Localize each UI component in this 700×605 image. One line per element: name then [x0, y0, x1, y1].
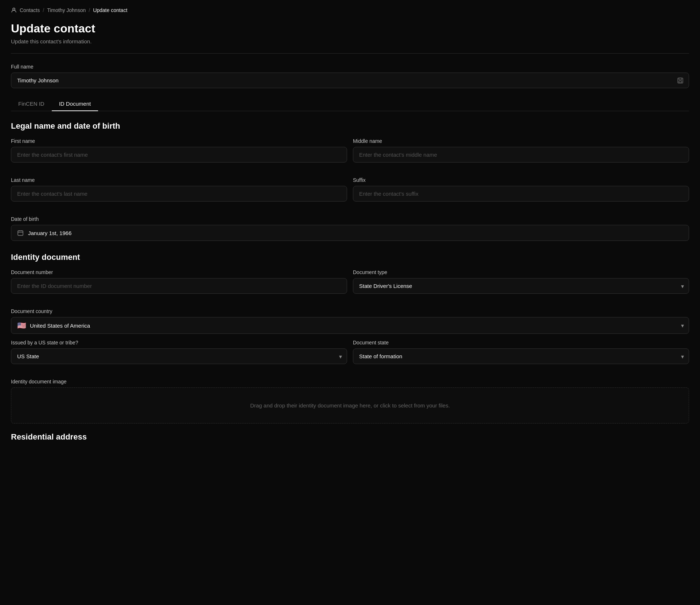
doc-country-group: Document country 🇺🇸 United States of Ame…: [11, 308, 689, 334]
doc-number-input[interactable]: [11, 278, 347, 294]
residential-section: Residential address: [11, 432, 689, 445]
last-name-label: Last name: [11, 177, 347, 183]
doc-state-group: Document state State of formation Alabam…: [353, 340, 689, 364]
identity-heading: Identity document: [11, 253, 689, 262]
breadcrumb-current: Update contact: [93, 7, 127, 13]
save-icon: [677, 77, 684, 84]
doc-country-wrapper: 🇺🇸 United States of America ▾: [11, 317, 689, 334]
issued-by-group: Issued by a US state or tribe? US State …: [11, 340, 347, 364]
svg-rect-2: [679, 78, 682, 80]
calendar-icon: [17, 230, 24, 236]
doc-state-wrapper: State of formation Alabama Alaska Arizon…: [353, 348, 689, 364]
page-subtitle: Update this contact's information.: [11, 38, 689, 44]
suffix-group: Suffix: [353, 177, 689, 202]
page-title: Update contact: [11, 22, 689, 35]
country-flag: 🇺🇸: [17, 322, 26, 329]
last-name-input[interactable]: [11, 186, 347, 202]
contacts-icon: [11, 7, 17, 13]
doc-state-label: Document state: [353, 340, 689, 346]
doc-type-label: Document type: [353, 269, 689, 275]
identity-image-upload[interactable]: Drag and drop their identity document im…: [11, 387, 689, 424]
identity-row-2: Issued by a US state or tribe? US State …: [11, 340, 689, 373]
svg-rect-3: [679, 81, 682, 83]
dob-label: Date of birth: [11, 216, 689, 222]
country-name: United States of America: [30, 323, 90, 329]
svg-rect-4: [18, 231, 23, 235]
issued-by-select[interactable]: US State Tribe Federal: [11, 348, 347, 364]
identity-image-group: Identity document image Drag and drop th…: [11, 379, 689, 424]
full-name-label: Full name: [11, 64, 689, 70]
tabs-container: FinCEN ID ID Document: [11, 97, 689, 111]
svg-rect-1: [678, 78, 683, 83]
dob-group: Date of birth January 1st, 1966: [11, 216, 689, 241]
identity-row-1: Document number Document type State Driv…: [11, 269, 689, 302]
residential-heading: Residential address: [11, 432, 689, 445]
doc-type-wrapper: State Driver's License Passport State ID…: [353, 278, 689, 294]
legal-name-heading: Legal name and date of birth: [11, 121, 689, 131]
first-name-group: First name: [11, 138, 347, 163]
tab-id-document[interactable]: ID Document: [52, 97, 98, 111]
middle-name-input[interactable]: [353, 147, 689, 163]
breadcrumb-contact-name[interactable]: Timothy Johnson: [47, 7, 86, 13]
full-name-group: Full name: [11, 64, 689, 88]
divider: [11, 53, 689, 54]
last-name-group: Last name: [11, 177, 347, 202]
identity-section: Identity document Document number Docume…: [11, 253, 689, 424]
name-row-2: Last name Suffix: [11, 177, 689, 210]
doc-number-label: Document number: [11, 269, 347, 275]
dob-value: January 1st, 1966: [28, 230, 71, 236]
issued-by-wrapper: US State Tribe Federal ▾: [11, 348, 347, 364]
svg-point-0: [13, 8, 15, 10]
first-name-label: First name: [11, 138, 347, 144]
name-row-1: First name Middle name: [11, 138, 689, 171]
breadcrumb: Contacts / Timothy Johnson / Update cont…: [11, 7, 689, 13]
doc-state-select[interactable]: State of formation Alabama Alaska Arizon…: [353, 348, 689, 364]
issued-by-label: Issued by a US state or tribe?: [11, 340, 347, 346]
suffix-label: Suffix: [353, 177, 689, 183]
middle-name-label: Middle name: [353, 138, 689, 144]
doc-type-select[interactable]: State Driver's License Passport State ID…: [353, 278, 689, 294]
breadcrumb-sep-2: /: [89, 7, 90, 13]
doc-country-select[interactable]: 🇺🇸 United States of America: [11, 317, 689, 334]
country-chevron-icon: ▾: [681, 322, 684, 329]
legal-name-section: Legal name and date of birth First name …: [11, 121, 689, 241]
doc-number-group: Document number: [11, 269, 347, 294]
tab-fincen-id[interactable]: FinCEN ID: [11, 97, 52, 111]
doc-type-group: Document type State Driver's License Pas…: [353, 269, 689, 294]
full-name-wrapper: [11, 73, 689, 88]
identity-image-label: Identity document image: [11, 379, 689, 385]
breadcrumb-sep-1: /: [43, 7, 44, 13]
upload-text: Drag and drop their identity document im…: [250, 402, 450, 409]
first-name-input[interactable]: [11, 147, 347, 163]
middle-name-group: Middle name: [353, 138, 689, 163]
doc-country-label: Document country: [11, 308, 689, 314]
full-name-input[interactable]: [11, 73, 689, 88]
dob-input[interactable]: January 1st, 1966: [11, 225, 689, 241]
breadcrumb-contacts[interactable]: Contacts: [20, 7, 40, 13]
suffix-input[interactable]: [353, 186, 689, 202]
